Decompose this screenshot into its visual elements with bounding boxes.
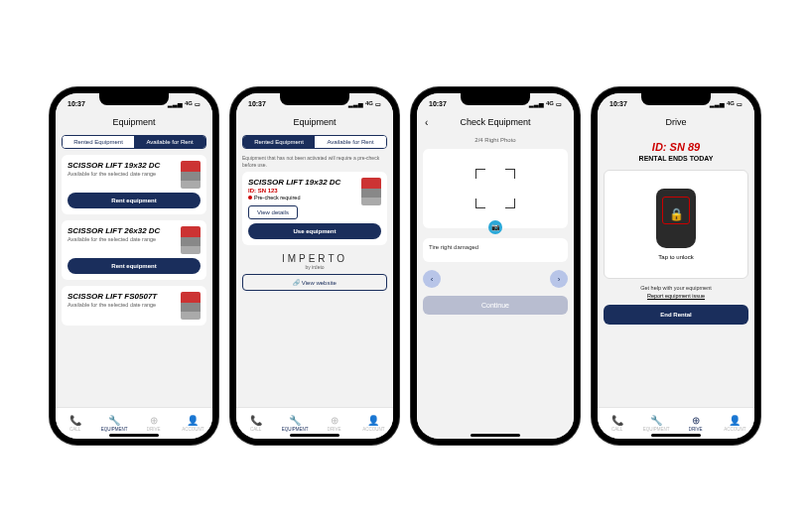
equipment-name: SCISSOR LIFT 19x32 DC [248,178,357,187]
network-icon: 4G [546,100,554,106]
content: ID: SN 89 RENTAL ENDS TODAY 🔒 Tap to unl… [598,131,754,407]
rent-button[interactable]: Rent equipment [68,193,201,208]
phone-icon: 📞 [611,415,623,426]
photo-capture-frame[interactable]: 📷 [423,149,568,228]
equipment-card: SCISSOR LIFT 26x32 DC Available for the … [62,220,206,280]
page-title: Equipment [236,113,393,131]
notch [641,93,711,105]
signal-icon: ▂▃▅ [348,100,363,107]
equipment-name: SCISSOR LIFT 26x32 DC [68,226,177,235]
phone-1: 10:37 ▂▃▅ 4G ▭ Equipment Rented Equipmen… [50,87,218,445]
wheel-icon: ⊕ [692,415,700,426]
signal-icon: ▂▃▅ [529,100,544,107]
screen: 10:37 ▂▃▅ 4G ▭ Equipment Rented Equipmen… [236,93,393,439]
availability: Available for the selected date range [68,171,177,177]
home-indicator[interactable] [290,434,339,437]
phone-icon: 📞 [250,415,262,426]
page-title: ‹ Check Equipment [417,113,574,131]
status-icons: ▂▃▅ 4G ▭ [710,100,742,107]
notch [99,93,169,105]
tab-rented[interactable]: Rented Equipment [63,136,134,148]
network-icon: 4G [365,100,373,106]
lock-icon: 🔒 [669,207,684,221]
unlock-panel: 🔒 Tap to unlock [604,170,748,279]
red-dot-icon [248,196,252,200]
time: 10:37 [609,100,627,107]
tap-to-unlock-label: Tap to unlock [658,254,693,260]
network-icon: 4G [185,100,193,106]
back-button[interactable]: ‹ [425,117,428,128]
person-icon: 👤 [367,415,379,426]
scissor-lift-icon [181,226,201,254]
home-indicator[interactable] [471,434,520,437]
home-indicator[interactable] [109,434,159,437]
rent-button[interactable]: Rent equipment [68,258,201,274]
camera-shutter-button[interactable]: 📷 [488,220,502,234]
signal-icon: ▂▃▅ [710,100,725,107]
scissor-lift-icon [181,292,201,320]
availability: Available for the selected date range [68,236,177,242]
nav-call[interactable]: 📞CALL [236,408,276,439]
equipment-card: SCISSOR LIFT 19x32 DC Available for the … [62,155,206,214]
end-rental-button[interactable]: End Rental [604,305,748,325]
equipment-id: ID: SN 89 [604,141,748,153]
nav-call[interactable]: 📞CALL [56,408,95,439]
time: 10:37 [429,100,447,107]
time: 10:37 [68,100,85,107]
nav-account[interactable]: 👤ACCOUNT [354,408,394,439]
tab-rented[interactable]: Rented Equipment [243,136,315,148]
next-button[interactable]: › [550,270,568,288]
continue-button[interactable]: Continue [423,296,568,315]
prev-button[interactable]: ‹ [423,270,441,288]
status-icons: ▂▃▅ 4G ▭ [529,100,562,107]
wrench-icon: 🔧 [289,415,301,426]
person-icon: 👤 [729,415,741,426]
phone-3: 10:37 ▂▃▅ 4G ▭ ‹ Check Equipment 2/4 Rig… [411,87,580,445]
view-website-button[interactable]: 🔗 View website [242,274,387,291]
battery-icon: ▭ [556,100,562,107]
person-icon: 👤 [187,415,199,426]
availability: Available for the selected date range [68,302,177,308]
notch [280,93,349,105]
rental-status: RENTAL ENDS TODAY [604,155,748,162]
step-indicator: 2/4 Right Photo [423,137,568,143]
content: Rented Equipment Available for Rent SCIS… [56,131,212,407]
nav-account[interactable]: 👤ACCOUNT [174,408,213,439]
notch [461,93,530,105]
battery-icon: ▭ [195,100,201,107]
tab-available[interactable]: Available for Rent [315,136,386,148]
battery-icon: ▭ [737,100,742,107]
phone-icon: 📞 [69,415,81,426]
content: Rented Equipment Available for Rent Equi… [236,131,393,407]
wrench-icon: 🔧 [650,415,662,426]
report-issue-link[interactable]: Report equipment issue [604,293,748,299]
damage-note-input[interactable]: Tire right damaged [423,238,568,262]
equipment-tabs: Rented Equipment Available for Rent [242,135,387,149]
help-text: Get help with your equipment [604,285,748,291]
use-equipment-button[interactable]: Use equipment [248,223,381,239]
equipment-name: SCISSOR LIFT FS0507T [68,292,177,301]
equipment-card: SCISSOR LIFT 19x32 DC ID: SN 123 Pre-che… [242,172,387,245]
tab-available[interactable]: Available for Rent [134,136,205,148]
network-icon: 4G [727,100,735,106]
precheck-status: Pre-check required [248,195,357,200]
nav-call[interactable]: 📞CALL [598,408,637,439]
battery-icon: ▭ [375,100,381,107]
wrench-icon: 🔧 [108,415,120,426]
imperto-logo: IMPERTO [242,253,387,264]
equipment-id: ID: SN 123 [248,188,357,194]
wheel-icon: ⊕ [331,415,338,426]
imperto-subtitle: by irdeto [242,264,387,270]
key-fob-button[interactable]: 🔒 [656,189,696,248]
content: 2/4 Right Photo 📷 Tire right damaged ‹ ›… [417,131,574,439]
wheel-icon: ⊕ [150,415,158,426]
nav-account[interactable]: 👤ACCOUNT [716,408,755,439]
status-icons: ▂▃▅ 4G ▭ [348,100,381,107]
scissor-lift-icon [181,161,201,189]
equipment-tabs: Rented Equipment Available for Rent [62,135,206,149]
home-indicator[interactable] [651,434,701,437]
phone-2: 10:37 ▂▃▅ 4G ▭ Equipment Rented Equipmen… [230,87,399,445]
view-details-button[interactable]: View details [248,205,298,219]
page-title: Drive [598,113,754,131]
viewfinder-icon [475,169,515,208]
